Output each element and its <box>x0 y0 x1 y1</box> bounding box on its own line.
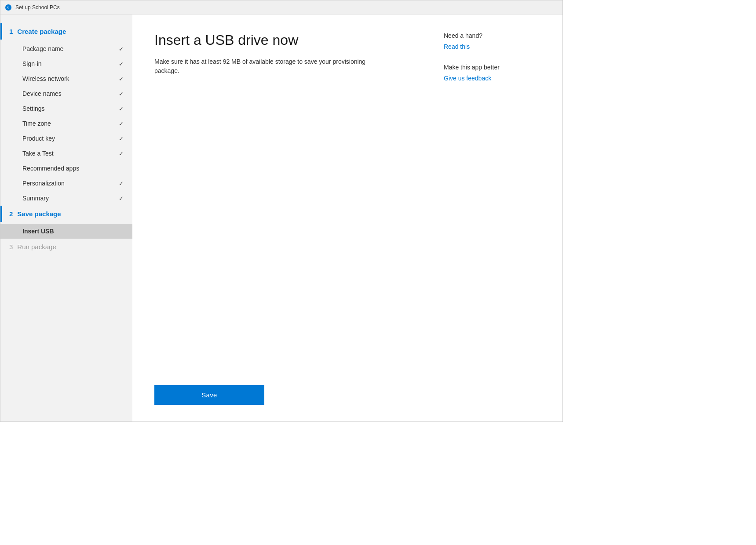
step-2-items: Insert USB <box>0 224 132 239</box>
sidebar-item-wireless-network-check: ✓ <box>119 76 124 82</box>
step-1-items: Package name ✓ Sign-in ✓ Wireless networ… <box>0 41 132 206</box>
titlebar: S Set up School PCs <box>0 0 562 15</box>
sidebar-item-package-name[interactable]: Package name ✓ <box>0 41 132 56</box>
step-3-number: 3 <box>9 243 13 251</box>
step-1-label: Create package <box>17 28 66 35</box>
content-main: Insert a USB drive now Make sure it has … <box>154 32 444 376</box>
step-2-section: 2 Save package <box>0 206 132 222</box>
sidebar-item-product-key-label: Product key <box>22 135 55 142</box>
sidebar: 1 Create package Package name ✓ Sign-in … <box>0 15 132 422</box>
sidebar-item-time-zone-check: ✓ <box>119 120 124 127</box>
sidebar-item-device-names-check: ✓ <box>119 91 124 97</box>
step-3-section: 3 Run package <box>0 239 132 255</box>
step-2-number: 2 <box>9 210 13 218</box>
help-heading: Need a hand? <box>444 32 541 39</box>
sidebar-item-sign-in-label: Sign-in <box>22 60 42 67</box>
sidebar-item-sign-in-check: ✓ <box>119 61 124 67</box>
sidebar-item-settings[interactable]: Settings ✓ <box>0 101 132 116</box>
sidebar-item-take-a-test[interactable]: Take a Test ✓ <box>0 146 132 161</box>
page-description: Make sure it has at least 92 MB of avail… <box>154 57 383 76</box>
sidebar-item-summary[interactable]: Summary ✓ <box>0 191 132 206</box>
feedback-heading: Make this app better <box>444 64 541 71</box>
sidebar-item-time-zone[interactable]: Time zone ✓ <box>0 116 132 131</box>
sidebar-item-summary-check: ✓ <box>119 195 124 202</box>
read-this-link[interactable]: Read this <box>444 43 470 50</box>
step-3-label: Run package <box>17 243 56 251</box>
sidebar-item-settings-label: Settings <box>22 105 45 112</box>
sidebar-item-take-a-test-label: Take a Test <box>22 150 54 157</box>
sidebar-item-settings-check: ✓ <box>119 105 124 112</box>
app-icon: S <box>5 4 12 11</box>
sidebar-item-time-zone-label: Time zone <box>22 120 51 127</box>
sidebar-item-recommended-apps[interactable]: Recommended apps ✓ <box>0 161 132 176</box>
content-top: Insert a USB drive now Make sure it has … <box>154 32 541 376</box>
sidebar-item-insert-usb[interactable]: Insert USB <box>0 224 132 239</box>
sidebar-item-package-name-check: ✓ <box>119 46 124 52</box>
sidebar-item-summary-label: Summary <box>22 195 49 202</box>
step-1-active-bar <box>0 23 2 40</box>
content-footer: Save <box>154 376 541 405</box>
sidebar-item-take-a-test-check: ✓ <box>119 150 124 157</box>
feedback-section: Make this app better Give us feedback <box>444 64 541 82</box>
sidebar-item-device-names[interactable]: Device names ✓ <box>0 86 132 101</box>
sidebar-item-personalization-label: Personalization <box>22 180 65 187</box>
sidebar-item-wireless-network[interactable]: Wireless network ✓ <box>0 71 132 86</box>
step-1-number: 1 <box>9 28 13 35</box>
help-section: Need a hand? Read this <box>444 32 541 51</box>
sidebar-item-personalization-check: ✓ <box>119 180 124 187</box>
page-title: Insert a USB drive now <box>154 32 444 48</box>
sidebar-item-wireless-network-label: Wireless network <box>22 75 69 82</box>
sidebar-item-recommended-apps-label: Recommended apps <box>22 165 79 172</box>
sidebar-item-product-key-check: ✓ <box>119 135 124 142</box>
sidebar-item-product-key[interactable]: Product key ✓ <box>0 131 132 146</box>
save-button[interactable]: Save <box>154 385 264 405</box>
window-title: Set up School PCs <box>15 4 60 11</box>
sidebar-item-sign-in[interactable]: Sign-in ✓ <box>0 56 132 71</box>
help-panel: Need a hand? Read this Make this app bet… <box>444 32 541 376</box>
step-2-active-bar <box>0 206 2 222</box>
step-2-label: Save package <box>17 210 61 218</box>
main-layout: 1 Create package Package name ✓ Sign-in … <box>0 15 562 422</box>
sidebar-item-device-names-label: Device names <box>22 90 62 97</box>
content-area: Insert a USB drive now Make sure it has … <box>132 15 562 422</box>
svg-text:S: S <box>7 6 9 10</box>
sidebar-item-package-name-label: Package name <box>22 45 63 52</box>
step-2-header[interactable]: 2 Save package <box>0 206 132 222</box>
sidebar-item-insert-usb-label: Insert USB <box>22 228 54 235</box>
step-1-section: 1 Create package <box>0 23 132 40</box>
give-feedback-link[interactable]: Give us feedback <box>444 75 491 82</box>
step-1-header[interactable]: 1 Create package <box>0 23 132 40</box>
sidebar-item-personalization[interactable]: Personalization ✓ <box>0 176 132 191</box>
step-3-header: 3 Run package <box>0 239 132 255</box>
